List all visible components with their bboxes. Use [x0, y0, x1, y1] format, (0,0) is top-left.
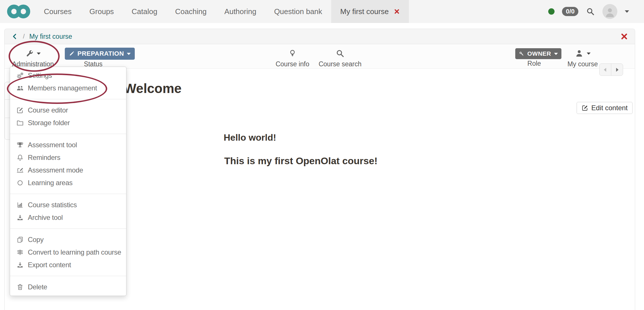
user-silhouette-icon: [604, 6, 616, 19]
menu-item-settings[interactable]: Settings: [10, 69, 126, 82]
breadcrumb: / My first course: [5, 29, 635, 44]
nav-item-groups[interactable]: Groups: [81, 0, 123, 23]
tab-my-first-course[interactable]: My first course: [331, 0, 409, 23]
menu-item-label: Settings: [28, 71, 52, 80]
chevron-down-icon: [554, 53, 558, 55]
administration-button[interactable]: Administration: [12, 47, 54, 68]
breadcrumb-separator: /: [23, 33, 25, 40]
close-icon: [620, 33, 628, 40]
content-line-1: Hello world!: [224, 132, 276, 143]
chevron-left-icon: [11, 33, 18, 40]
menu-item-label: Storage folder: [28, 119, 70, 127]
menu-group: Course editor Storage folder: [10, 99, 126, 134]
nav-item-catalog[interactable]: Catalog: [123, 0, 166, 23]
trophy-icon: [16, 141, 24, 149]
signpost-icon: [16, 249, 24, 256]
my-course-label: My course: [563, 60, 603, 68]
navbar-right: 0/0: [548, 0, 629, 23]
menu-item-learning-areas[interactable]: Learning areas: [10, 177, 126, 189]
download-icon: [16, 214, 24, 221]
infinity-logo-icon: [6, 4, 31, 19]
main-nav: Courses Groups Catalog Coaching Authorin…: [35, 0, 409, 23]
menu-item-label: Assessment mode: [28, 166, 83, 174]
role-button[interactable]: OWNER Role: [515, 48, 553, 67]
menu-item-label: Learning areas: [28, 179, 73, 187]
menu-item-assessment-mode[interactable]: Assessment mode: [10, 164, 126, 177]
menu-item-course-editor[interactable]: Course editor: [10, 104, 126, 117]
nav-item-courses[interactable]: Courses: [35, 0, 81, 23]
menu-item-convert-to-learning-path[interactable]: Convert to learning path course: [10, 246, 126, 259]
gears-icon: [16, 72, 24, 79]
close-course-button[interactable]: [620, 33, 628, 40]
menu-group: Copy Convert to learning path course Exp…: [10, 228, 126, 276]
presence-dot[interactable]: [548, 8, 555, 15]
search-icon[interactable]: [586, 7, 595, 16]
status-button[interactable]: PREPARATION Status: [65, 48, 122, 68]
page-title: Welcome: [124, 81, 182, 96]
arrow-left-icon: [602, 67, 608, 73]
edit-square-icon: [581, 104, 588, 111]
menu-item-reminders[interactable]: Reminders: [10, 151, 126, 164]
menu-item-label: Course editor: [28, 106, 68, 114]
close-tab-icon[interactable]: [394, 9, 400, 14]
circle-icon: [16, 179, 24, 187]
back-button[interactable]: [11, 33, 18, 40]
menu-item-label: Copy: [28, 236, 44, 244]
openolat-app: Courses Groups Catalog Coaching Authorin…: [0, 0, 644, 310]
person-icon: [575, 49, 584, 58]
menu-item-label: Convert to learning path course: [28, 248, 121, 256]
menu-group: Course statistics Archive tool: [10, 194, 126, 228]
administration-menu: Settings Members management Course edito…: [10, 67, 126, 296]
course-info-label: Course info: [273, 60, 312, 68]
edit-content-button[interactable]: Edit content: [577, 102, 633, 114]
breadcrumb-current[interactable]: My first course: [29, 33, 72, 40]
menu-item-label: Export content: [28, 261, 71, 269]
user-menu-caret-icon[interactable]: [625, 10, 629, 13]
nav-item-coaching[interactable]: Coaching: [166, 0, 216, 23]
menu-item-delete[interactable]: Delete: [10, 281, 126, 293]
bell-icon: [16, 154, 24, 161]
key-icon: [519, 51, 524, 57]
menu-item-members-management[interactable]: Members management: [10, 82, 126, 94]
course-info-button[interactable]: Course info: [273, 47, 312, 68]
openolat-logo[interactable]: [6, 0, 31, 23]
edit-square-icon: [16, 106, 24, 114]
menu-item-assessment-tool[interactable]: Assessment tool: [10, 139, 126, 151]
nav-item-authoring[interactable]: Authoring: [216, 0, 265, 23]
menu-item-course-statistics[interactable]: Course statistics: [10, 199, 126, 211]
menu-group: Delete: [10, 276, 126, 293]
role-label: Role: [515, 60, 553, 67]
chat-count-badge[interactable]: 0/0: [562, 7, 578, 16]
course-pager: [599, 63, 623, 76]
next-button[interactable]: [611, 63, 623, 76]
pencil-icon: [69, 51, 75, 57]
status-badge-label: PREPARATION: [77, 50, 124, 57]
tab-label: My first course: [340, 7, 389, 16]
menu-group: Assessment tool Reminders Assessment mod…: [10, 134, 126, 194]
lightbulb-icon: [288, 49, 297, 58]
course-search-button[interactable]: Course search: [317, 47, 363, 68]
arrow-right-icon: [614, 67, 620, 73]
menu-item-label: Members management: [28, 84, 97, 92]
avatar[interactable]: [602, 4, 617, 19]
folder-icon: [16, 119, 24, 127]
menu-item-storage-folder[interactable]: Storage folder: [10, 117, 126, 129]
chevron-down-icon: [37, 52, 41, 55]
role-badge-label: OWNER: [527, 50, 551, 57]
my-course-button[interactable]: My course: [563, 47, 603, 68]
menu-item-copy[interactable]: Copy: [10, 233, 126, 246]
menu-item-archive-tool[interactable]: Archive tool: [10, 211, 126, 224]
users-icon: [16, 84, 24, 92]
top-navbar: Courses Groups Catalog Coaching Authorin…: [0, 0, 644, 23]
course-toolbar: Administration PREPARATION Status Course…: [5, 44, 635, 69]
course-card: / My first course Administration PREPARA…: [4, 29, 635, 310]
menu-item-label: Delete: [28, 283, 47, 291]
nav-item-question-bank[interactable]: Question bank: [265, 0, 331, 23]
menu-item-label: Course statistics: [28, 201, 77, 209]
previous-button[interactable]: [599, 63, 611, 76]
bar-chart-icon: [16, 201, 24, 209]
laptop-edit-icon: [16, 166, 24, 174]
role-badge[interactable]: OWNER: [515, 48, 561, 59]
menu-item-export-content[interactable]: Export content: [10, 259, 126, 271]
status-badge[interactable]: PREPARATION: [65, 48, 135, 60]
